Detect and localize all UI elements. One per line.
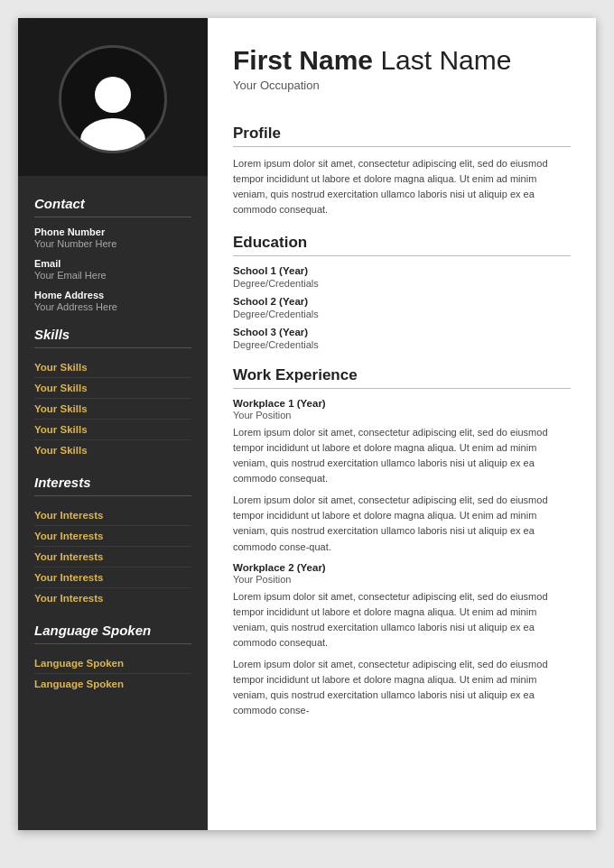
name-area: First Name Last Name Your Occupation bbox=[233, 45, 571, 99]
full-name: First Name Last Name bbox=[233, 45, 571, 75]
interest-item: Your Interests bbox=[34, 568, 191, 588]
interests-section: Interests Your InterestsYour InterestsYo… bbox=[34, 475, 191, 608]
languages-list: Language SpokenLanguage Spoken bbox=[34, 653, 191, 694]
work-desc1: Lorem ipsum dolor sit amet, consectetur … bbox=[233, 425, 571, 486]
sidebar-content: Contact Phone Number Your Number Here Em… bbox=[18, 176, 208, 830]
main-content: First Name Last Name Your Occupation Pro… bbox=[208, 18, 596, 830]
svg-point-1 bbox=[80, 118, 145, 151]
contact-section: Contact Phone Number Your Number Here Em… bbox=[34, 196, 191, 312]
skills-section: Skills Your SkillsYour SkillsYour Skills… bbox=[34, 327, 191, 460]
contact-title: Contact bbox=[34, 196, 191, 211]
edu-school: School 3 (Year) bbox=[233, 327, 571, 337]
work-workplace: Workplace 2 (Year) bbox=[233, 562, 571, 573]
email-label: Email bbox=[34, 258, 191, 269]
phone-label: Phone Number bbox=[34, 226, 191, 237]
profile-section: Profile Lorem ipsum dolor sit amet, cons… bbox=[233, 125, 571, 217]
edu-school: School 1 (Year) bbox=[233, 265, 571, 276]
education-divider bbox=[233, 255, 571, 256]
svg-point-0 bbox=[95, 77, 131, 113]
work-list: Workplace 1 (Year)Your PositionLorem ips… bbox=[233, 398, 571, 718]
interests-list: Your InterestsYour InterestsYour Interes… bbox=[34, 505, 191, 608]
skills-list: Your SkillsYour SkillsYour SkillsYour Sk… bbox=[34, 357, 191, 460]
avatar-area bbox=[18, 18, 208, 176]
education-list: School 1 (Year)Degree/CredentialsSchool … bbox=[233, 265, 571, 350]
email-value: Your Email Here bbox=[34, 270, 191, 281]
skills-title: Skills bbox=[34, 327, 191, 342]
first-name: First Name bbox=[233, 45, 373, 75]
work-desc2: Lorem ipsum dolor sit amet, consectetur … bbox=[233, 657, 571, 718]
work-workplace: Workplace 1 (Year) bbox=[233, 398, 571, 409]
work-section: Work Experience Workplace 1 (Year)Your P… bbox=[233, 366, 571, 718]
sidebar: Contact Phone Number Your Number Here Em… bbox=[18, 18, 208, 830]
edu-degree: Degree/Credentials bbox=[233, 309, 571, 319]
language-item: Language Spoken bbox=[34, 653, 191, 674]
interests-divider bbox=[34, 495, 191, 496]
contact-divider bbox=[34, 217, 191, 217]
work-desc1: Lorem ipsum dolor sit amet, consectetur … bbox=[233, 589, 571, 651]
skill-item: Your Skills bbox=[34, 420, 191, 440]
language-section: Language Spoken Language SpokenLanguage … bbox=[34, 623, 191, 694]
education-title: Education bbox=[233, 234, 571, 252]
address-item: Home Address Your Address Here bbox=[34, 290, 191, 312]
edu-school: School 2 (Year) bbox=[233, 296, 571, 307]
interest-item: Your Interests bbox=[34, 505, 191, 526]
language-item: Language Spoken bbox=[34, 674, 191, 694]
work-divider bbox=[233, 388, 571, 389]
skill-item: Your Skills bbox=[34, 399, 191, 420]
profile-divider bbox=[233, 146, 571, 147]
interests-title: Interests bbox=[34, 475, 191, 490]
edu-degree: Degree/Credentials bbox=[233, 339, 571, 350]
interest-item: Your Interests bbox=[34, 588, 191, 608]
education-section: Education School 1 (Year)Degree/Credenti… bbox=[233, 234, 571, 350]
skill-item: Your Skills bbox=[34, 378, 191, 399]
profile-text: Lorem ipsum dolor sit amet, consectetur … bbox=[233, 156, 571, 217]
phone-item: Phone Number Your Number Here bbox=[34, 226, 191, 249]
interest-item: Your Interests bbox=[34, 547, 191, 568]
interest-item: Your Interests bbox=[34, 526, 191, 547]
occupation: Your Occupation bbox=[233, 78, 571, 92]
work-title: Work Experience bbox=[233, 366, 571, 384]
work-position: Your Position bbox=[233, 410, 571, 420]
edu-degree: Degree/Credentials bbox=[233, 278, 571, 289]
address-label: Home Address bbox=[34, 290, 191, 300]
skill-item: Your Skills bbox=[34, 440, 191, 460]
language-divider bbox=[34, 643, 191, 644]
skill-item: Your Skills bbox=[34, 357, 191, 378]
avatar-silhouette-icon bbox=[77, 69, 149, 151]
work-desc2: Lorem ipsum dolor sit amet, consectetur … bbox=[233, 493, 571, 554]
skills-divider bbox=[34, 347, 191, 348]
phone-value: Your Number Here bbox=[34, 238, 191, 249]
language-title: Language Spoken bbox=[34, 623, 191, 638]
last-name: Last Name bbox=[380, 45, 511, 75]
email-item: Email Your Email Here bbox=[34, 258, 191, 281]
address-value: Your Address Here bbox=[34, 301, 191, 312]
profile-title: Profile bbox=[233, 125, 571, 143]
work-position: Your Position bbox=[233, 574, 571, 585]
resume-container: Contact Phone Number Your Number Here Em… bbox=[18, 18, 596, 830]
avatar bbox=[59, 45, 167, 153]
